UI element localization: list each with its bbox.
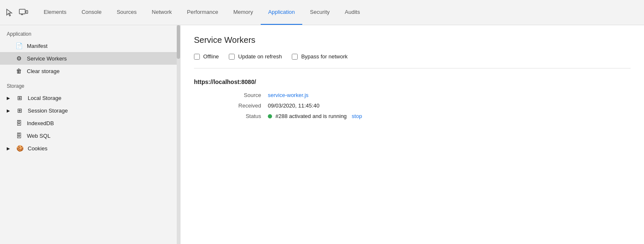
update-on-refresh-label: Update on refresh [238,53,282,60]
stop-link[interactable]: stop [352,113,362,119]
content-panel: Service Workers Offline Update on refres… [181,25,644,244]
tab-application[interactable]: Application [261,0,303,25]
manifest-icon: 📄 [15,42,23,49]
sw-url: https://localhost:8080/ [194,79,631,85]
status-label: Status [228,113,261,119]
sidebar-item-cookies[interactable]: ▶ 🍪 Cookies [0,142,180,155]
session-storage-icon: ⊞ [16,107,24,114]
offline-checkbox[interactable] [194,54,200,60]
cookies-icon: 🍪 [16,145,24,152]
sidebar: Application 📄 Manifest ⚙ Service Workers… [0,25,181,244]
content-divider [194,68,631,68]
sidebar-item-indexeddb-label: IndexedDB [27,120,54,126]
sidebar-item-session-storage-label: Session Storage [28,108,68,114]
svg-rect-0 [19,9,25,14]
sw-entry: https://localhost:8080/ Source service-w… [194,79,631,119]
toolbar-icons [3,7,29,18]
session-storage-arrow-icon: ▶ [7,108,12,113]
received-row: Received 09/03/2020, 11:45:40 [194,102,631,109]
tab-audits[interactable]: Audits [337,0,367,25]
sidebar-item-web-sql[interactable]: 🗄 Web SQL [0,129,180,142]
clear-storage-icon: 🗑 [15,68,23,74]
bypass-for-network-checkbox-label[interactable]: Bypass for network [292,53,348,60]
sidebar-scrollbar-thumb[interactable] [177,25,180,59]
tab-sources[interactable]: Sources [109,0,144,25]
bypass-for-network-checkbox[interactable] [292,54,298,60]
sidebar-item-clear-storage[interactable]: 🗑 Clear storage [0,65,180,77]
status-value-row: #288 activated and is running stop [268,113,362,119]
local-storage-icon: ⊞ [16,94,24,101]
status-text: #288 activated and is running [275,113,347,119]
received-value: 09/03/2020, 11:45:40 [268,102,319,109]
options-row: Offline Update on refresh Bypass for net… [194,53,631,60]
sidebar-item-clear-storage-label: Clear storage [27,68,60,74]
content-title: Service Workers [194,35,631,45]
tab-elements[interactable]: Elements [36,0,74,25]
device-icon[interactable] [18,7,29,18]
sidebar-item-local-storage[interactable]: ▶ ⊞ Local Storage [0,92,180,104]
web-sql-icon: 🗄 [15,132,23,139]
source-link[interactable]: service-worker.js [268,92,309,98]
sidebar-item-cookies-label: Cookies [28,145,47,152]
sidebar-scrollbar-track[interactable] [177,25,180,244]
bypass-for-network-label: Bypass for network [301,53,348,60]
tab-security[interactable]: Security [302,0,337,25]
offline-checkbox-label[interactable]: Offline [194,53,219,60]
update-on-refresh-checkbox[interactable] [229,54,235,60]
cursor-icon[interactable] [3,7,15,18]
sidebar-application-section: Application [0,25,180,39]
top-bar: Elements Console Sources Network Perform… [0,0,644,25]
sidebar-item-service-workers[interactable]: ⚙ Service Workers [0,52,180,65]
tab-console[interactable]: Console [74,0,109,25]
status-dot [268,114,272,118]
source-label: Source [228,92,261,98]
main-layout: Application 📄 Manifest ⚙ Service Workers… [0,25,644,244]
svg-rect-1 [26,10,28,13]
tab-memory[interactable]: Memory [226,0,261,25]
sidebar-storage-section: Storage [0,77,180,92]
received-label: Received [228,102,261,109]
service-workers-icon: ⚙ [15,55,23,62]
sidebar-item-manifest[interactable]: 📄 Manifest [0,39,180,52]
tab-performance[interactable]: Performance [179,0,225,25]
indexeddb-icon: 🗄 [15,120,23,126]
status-row: Status #288 activated and is running sto… [194,113,631,119]
tab-network[interactable]: Network [144,0,180,25]
cookies-arrow-icon: ▶ [7,146,12,151]
source-row: Source service-worker.js [194,92,631,98]
sidebar-item-manifest-label: Manifest [27,43,47,49]
offline-label: Offline [203,53,219,60]
sidebar-item-indexeddb[interactable]: 🗄 IndexedDB [0,117,180,129]
sidebar-item-local-storage-label: Local Storage [28,95,61,101]
local-storage-arrow-icon: ▶ [7,96,12,100]
update-on-refresh-checkbox-label[interactable]: Update on refresh [229,53,282,60]
top-bar-tabs: Elements Console Sources Network Perform… [36,0,367,25]
sidebar-item-web-sql-label: Web SQL [27,133,50,139]
sidebar-item-session-storage[interactable]: ▶ ⊞ Session Storage [0,104,180,117]
sidebar-item-service-workers-label: Service Workers [27,55,67,62]
